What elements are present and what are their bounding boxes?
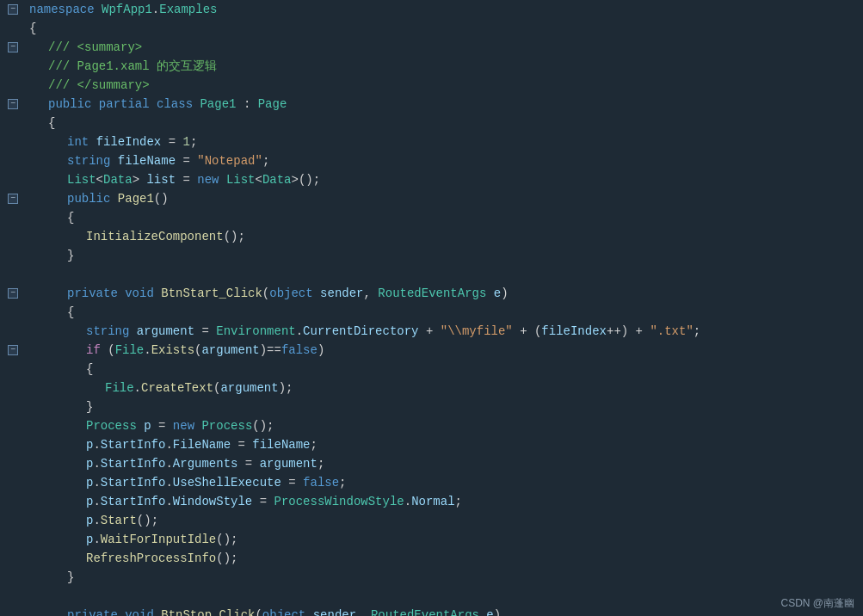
collapse-btn-ctor[interactable]: − xyxy=(8,194,18,204)
dot5: . xyxy=(165,454,172,473)
file-class: File xyxy=(115,341,145,360)
kw-namespace: namespace xyxy=(29,0,95,19)
angle3: < xyxy=(256,170,262,189)
pws-normal: Normal xyxy=(411,492,454,511)
gutter-row-9 xyxy=(0,151,26,170)
file-class2: File xyxy=(105,379,134,397)
kw-string2: string xyxy=(86,322,129,341)
collapse-btn-summary[interactable]: − xyxy=(8,42,18,52)
dot-file2: . xyxy=(134,379,141,397)
gutter-row-3[interactable]: − xyxy=(0,38,26,57)
current-dir: CurrentDirectory xyxy=(303,322,418,341)
comma: , xyxy=(364,284,379,303)
kw-false: false xyxy=(281,341,317,360)
gutter-row-33 xyxy=(0,606,26,616)
kw-string: string xyxy=(67,151,110,170)
p-useshell: p xyxy=(86,473,93,492)
close-exists: )== xyxy=(260,341,281,360)
type-data: Data xyxy=(103,170,133,189)
paren-m2: ) xyxy=(501,284,508,303)
code-content-area: namespace WpfApp1.Examples { /// <summar… xyxy=(26,0,863,616)
angle1: < xyxy=(96,170,103,189)
init-component-call: InitializeComponent xyxy=(86,227,224,246)
gutter-row-23 xyxy=(0,416,26,435)
gutter-row-32 xyxy=(0,587,26,606)
pws-class: ProcessWindowStyle xyxy=(274,492,404,511)
dot8: . xyxy=(93,492,100,511)
brace-method-open: { xyxy=(67,303,74,322)
startinfo-ws: StartInfo xyxy=(101,492,166,511)
line-init-component: InitializeComponent (); xyxy=(29,227,863,246)
comment-page: /// Page1.xaml 的交互逻辑 xyxy=(48,57,217,76)
p-waitidle: p xyxy=(86,530,93,549)
assign6: = xyxy=(281,473,303,492)
process-class: Process xyxy=(86,416,137,435)
argument-val: argument xyxy=(260,454,317,473)
line-field-int: int fileIndex = 1 ; xyxy=(29,132,863,151)
assign4: = xyxy=(231,435,252,454)
line-comment-content: /// Page1.xaml 的交互逻辑 xyxy=(29,57,863,76)
space xyxy=(479,606,486,616)
space: : xyxy=(236,95,257,114)
collapse-btn-if[interactable]: − xyxy=(8,345,18,355)
paren-m2-1: ( xyxy=(255,606,262,616)
kw-object: object xyxy=(269,284,312,303)
comment-summary-open: /// <summary> xyxy=(48,38,142,57)
new-list: List xyxy=(226,170,256,189)
gutter-row-15 xyxy=(0,265,26,284)
space xyxy=(193,95,200,114)
angle4: >(); xyxy=(292,170,321,189)
line-brace-class: { xyxy=(29,114,863,132)
space xyxy=(89,132,96,151)
line-method-decl: private void BtnStart_Click ( object sen… xyxy=(29,284,863,303)
space xyxy=(129,322,136,341)
line-brace-ns: { xyxy=(29,19,863,38)
gutter-row-1[interactable]: − xyxy=(0,0,26,19)
gutter-row-6[interactable]: − xyxy=(0,95,26,114)
dot10: . xyxy=(404,492,411,511)
space xyxy=(137,416,144,435)
kw-public2: public xyxy=(67,189,110,208)
gutter-row-11[interactable]: − xyxy=(0,189,26,208)
param-sender: sender xyxy=(320,284,363,303)
gutter-row-19[interactable]: − xyxy=(0,341,26,360)
gutter-row-5 xyxy=(0,76,26,95)
type-routedeventargs2: RoutedEventArgs xyxy=(371,606,479,616)
kw-list: List xyxy=(67,170,96,189)
line-ctor-decl: public Page1 () xyxy=(29,189,863,208)
brace-ctor-close: } xyxy=(67,246,74,265)
collapse-btn-namespace[interactable]: − xyxy=(8,4,18,15)
dot3: . xyxy=(165,435,172,454)
kw-private2: private xyxy=(67,606,118,616)
collapse-btn-class[interactable]: − xyxy=(8,99,18,109)
plus2: + ( xyxy=(513,322,542,341)
space xyxy=(118,284,125,303)
brace-class-open: { xyxy=(48,114,55,132)
paren-if1: ( xyxy=(101,341,115,360)
gutter-row-29 xyxy=(0,530,26,549)
assign3: = xyxy=(151,416,173,435)
field-fileindex: fileIndex xyxy=(96,132,162,151)
gutter-row-10 xyxy=(0,170,26,189)
watermark: CSDN @南蓬幽 xyxy=(780,596,854,611)
line-if-close: } xyxy=(29,397,863,416)
create-text-method: CreateText xyxy=(141,379,213,397)
kw-class: class xyxy=(157,95,193,114)
field-filename: fileName xyxy=(118,151,176,170)
str-myfile: "\\myfile" xyxy=(441,322,513,341)
gutter-row-16[interactable]: − xyxy=(0,284,26,303)
gutter-row-22 xyxy=(0,397,26,416)
space xyxy=(486,284,493,303)
space xyxy=(139,170,146,189)
line-process-useshell: p . StartInfo . UseShellExecute = false … xyxy=(29,473,863,492)
new-process: Process xyxy=(201,416,252,435)
assign2: = xyxy=(194,322,216,341)
gutter-row-4 xyxy=(0,57,26,76)
num-1: 1 xyxy=(182,132,189,151)
collapse-btn-method[interactable]: − xyxy=(8,288,18,299)
kw-void2: void xyxy=(125,606,154,616)
method2-name: BtnStop_Click xyxy=(161,606,255,616)
method-name: BtnStart_Click xyxy=(161,284,262,303)
dot7: . xyxy=(165,473,172,492)
var-p: p xyxy=(144,416,151,435)
